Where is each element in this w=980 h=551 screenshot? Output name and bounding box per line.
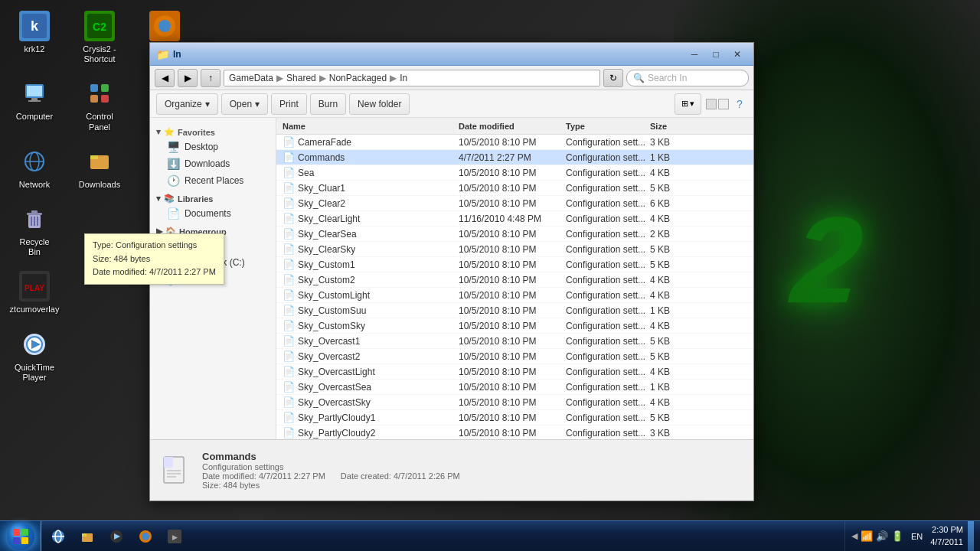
nav-downloads[interactable]: ⬇️ Downloads [150, 155, 276, 172]
nav-documents[interactable]: 📄 Documents [150, 205, 276, 222]
open-button[interactable]: Open ▾ [221, 93, 268, 115]
table-row[interactable]: 📄 Sky_Custom2 10/5/2010 8:10 PM Configur… [276, 272, 753, 288]
search-box[interactable]: 🔍 Search In [626, 70, 749, 86]
table-row[interactable]: 📄 Sky_Custom1 10/5/2010 8:10 PM Configur… [276, 257, 753, 272]
tray-arrow[interactable]: ◀ [851, 531, 858, 541]
col-name-header[interactable]: Name [279, 122, 456, 131]
forward-button[interactable]: ▶ [178, 69, 198, 87]
table-row[interactable]: 📄 Sky_ClearSea 10/5/2010 8:10 PM Configu… [276, 227, 753, 242]
minimize-button[interactable]: ─ [684, 47, 704, 62]
file-type-cell: Configuration sett... [563, 428, 647, 439]
taskbar-firefox-item[interactable] [132, 523, 159, 549]
file-size-cell: 5 KB [647, 351, 693, 362]
address-path[interactable]: GameData ▶ Shared ▶ NonPackaged ▶ In [224, 70, 600, 86]
burn-button[interactable]: Burn [310, 93, 346, 115]
new-folder-button[interactable]: New folder [349, 93, 410, 115]
svg-rect-11 [101, 84, 109, 92]
taskbar-media[interactable] [103, 523, 130, 549]
file-size-cell: 5 KB [647, 259, 693, 270]
file-date-cell: 4/7/2011 2:27 PM [456, 152, 563, 163]
path-sep-2: ▶ [319, 73, 326, 83]
system-clock[interactable]: 2:30 PM 4/7/2011 [930, 524, 963, 548]
desktop-icon-quicktime[interactable]: QuickTimePlayer [8, 326, 61, 386]
desktop-icon-network[interactable]: Network [8, 143, 61, 193]
file-name-cell: 📄 Sky_Cluar1 [279, 182, 456, 194]
desktop-icon-computer[interactable]: Computer [8, 75, 61, 135]
table-row[interactable]: 📄 CameraFade 10/5/2010 8:10 PM Configura… [276, 135, 753, 150]
crysis2-label: Crysis2 -Shortcut [83, 44, 116, 64]
taskbar-gameoverlay[interactable]: ▶ [161, 523, 188, 549]
recent-nav-label: Recent Places [185, 175, 243, 186]
file-type-cell: Configuration sett... [563, 244, 647, 255]
desktop-nav-icon: 🖥️ [167, 141, 180, 153]
quicktime-icon [19, 329, 50, 360]
file-type-cell: Configuration sett... [563, 367, 647, 377]
file-size-cell: 3 KB [647, 428, 693, 439]
help-button[interactable]: ? [732, 96, 747, 112]
preview-pane-button[interactable] [706, 99, 717, 109]
table-row[interactable]: 📄 Sea 10/5/2010 8:10 PM Configuration se… [276, 165, 753, 181]
refresh-button[interactable]: ↻ [603, 69, 623, 87]
table-row[interactable]: 📄 Sky_ClearSky 10/5/2010 8:10 PM Configu… [276, 242, 753, 257]
favorites-header[interactable]: ▾ ⭐ Favorites [150, 124, 276, 139]
status-file-icon [158, 452, 194, 489]
start-button[interactable] [0, 521, 41, 552]
path-shared: Shared [286, 73, 316, 83]
table-row[interactable]: 📄 Sky_OvercastSea 10/5/2010 8:10 PM Conf… [276, 380, 753, 395]
file-name-text: Commands [298, 152, 345, 163]
table-row[interactable]: 📄 Sky_Clear2 10/5/2010 8:10 PM Configura… [276, 196, 753, 211]
desktop-icon-ztcum[interactable]: PLAY ztcumoverlay [8, 268, 61, 318]
table-row[interactable]: 📄 Sky_CustomSuu 10/5/2010 8:10 PM Config… [276, 303, 753, 318]
table-row[interactable]: 📄 Sky_PartlyCloudy1 10/5/2010 8:10 PM Co… [276, 410, 753, 425]
desktop-icon-crysis2[interactable]: C2 Crysis2 -Shortcut [73, 8, 126, 67]
desktop-icon-recycle-bin[interactable]: RecycleBin [8, 201, 61, 260]
table-row[interactable]: 📄 Sky_Cluar1 10/5/2010 8:10 PM Configura… [276, 181, 753, 196]
nav-recent-places[interactable]: 🕐 Recent Places [150, 172, 276, 189]
desktop-icon-krk12[interactable]: k krk12 [8, 8, 61, 67]
table-row[interactable]: 📄 Sky_CustomLight 10/5/2010 8:10 PM Conf… [276, 288, 753, 303]
taskbar-explorer[interactable] [74, 523, 101, 549]
desktop-icon-downloads-desktop[interactable]: Downloads [73, 143, 126, 193]
file-icon: 📄 [283, 228, 295, 240]
table-row[interactable]: 📄 Commands 4/7/2011 2:27 PM Configuratio… [276, 150, 753, 165]
libraries-header[interactable]: ▾ 📚 Libraries [150, 189, 276, 205]
table-row[interactable]: 📄 Sky_Overcast2 10/5/2010 8:10 PM Config… [276, 349, 753, 364]
table-row[interactable]: 📄 Sky_CustomSky 10/5/2010 8:10 PM Config… [276, 318, 753, 334]
organize-dropdown-icon: ▾ [205, 99, 210, 109]
taskbar-ie[interactable] [44, 523, 72, 549]
print-button[interactable]: Print [271, 93, 307, 115]
path-in: In [400, 73, 407, 83]
file-name-text: CameraFade [298, 137, 351, 148]
views-button[interactable]: ⊞ ▾ [675, 93, 701, 115]
table-row[interactable]: 📄 Sky_PartlyCloudy2 10/5/2010 8:10 PM Co… [276, 425, 753, 439]
maximize-button[interactable]: □ [706, 47, 726, 62]
show-desktop-button[interactable] [968, 521, 974, 552]
file-type-cell: Configuration sett... [563, 321, 647, 331]
file-icon: 📄 [283, 320, 295, 331]
close-button[interactable]: ✕ [727, 47, 747, 62]
file-icon: 📄 [283, 396, 295, 408]
file-icon: 📄 [283, 259, 295, 270]
desktop-icon-control-panel[interactable]: ControlPanel [73, 75, 126, 135]
col-type-header[interactable]: Type [563, 122, 647, 131]
nav-desktop[interactable]: 🖥️ Desktop [150, 139, 276, 155]
col-size-header[interactable]: Size [647, 122, 693, 131]
views-icon: ⊞ [681, 99, 688, 109]
file-name-text: Sky_CustomSky [298, 321, 365, 331]
table-row[interactable]: 📄 Sky_ClearLight 11/16/2010 4:48 PM Conf… [276, 211, 753, 227]
file-size-cell: 4 KB [647, 290, 693, 301]
details-pane-button[interactable] [718, 99, 729, 109]
table-row[interactable]: 📄 Sky_OvercastLight 10/5/2010 8:10 PM Co… [276, 364, 753, 380]
volume-icon[interactable]: 🔊 [876, 530, 888, 542]
table-row[interactable]: 📄 Sky_OvercastSky 10/5/2010 8:10 PM Conf… [276, 395, 753, 410]
file-name-cell: 📄 CameraFade [279, 136, 456, 148]
libraries-label: Libraries [178, 194, 213, 204]
file-name-cell: 📄 Sea [279, 167, 456, 178]
back-button[interactable]: ◀ [155, 69, 175, 87]
col-date-header[interactable]: Date modified [456, 122, 563, 131]
svg-text:k: k [31, 18, 39, 34]
svg-rect-12 [90, 95, 98, 103]
organize-button[interactable]: Organize ▾ [156, 93, 218, 115]
table-row[interactable]: 📄 Sky_Overcast1 10/5/2010 8:10 PM Config… [276, 334, 753, 349]
up-button[interactable]: ↑ [201, 69, 220, 87]
